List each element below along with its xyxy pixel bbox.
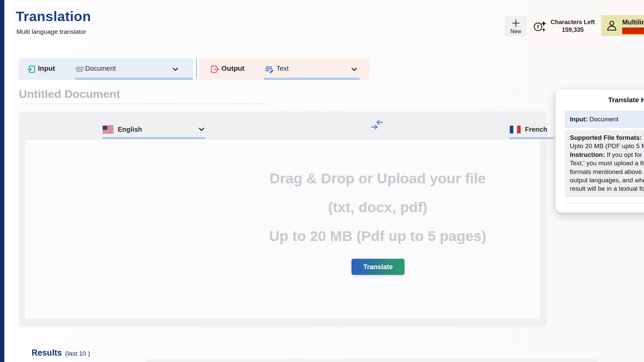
target-language-label: French xyxy=(525,126,547,133)
help-panel-divider xyxy=(565,203,644,203)
help-input-label: Input: xyxy=(570,116,588,123)
page-title: Translation xyxy=(16,9,91,24)
help-info-line: Instruction: If you opt for 'In xyxy=(570,150,644,159)
results-subtitle: (last 10 ) xyxy=(65,350,90,357)
dropzone-instructions: Drag & Drop or Upload your file (txt, do… xyxy=(176,164,579,250)
document-title-input[interactable] xyxy=(19,84,267,104)
plan-usage-bar xyxy=(622,27,644,34)
plan-badge-label: Multilin xyxy=(622,18,644,26)
output-icon xyxy=(210,65,219,74)
swap-languages-button[interactable] xyxy=(371,118,383,131)
plan-badge[interactable]: Multilin xyxy=(601,15,644,36)
source-language-label: English xyxy=(118,126,142,133)
source-language-underline xyxy=(103,137,205,139)
character-count-icon: T xyxy=(533,19,547,34)
person-icon xyxy=(606,20,618,32)
chevron-down-icon[interactable] xyxy=(198,126,205,133)
chevron-down-icon[interactable] xyxy=(172,66,179,73)
translate-button[interactable]: Translate xyxy=(352,259,405,275)
plus-icon xyxy=(511,18,521,28)
us-flag-icon xyxy=(103,126,113,133)
characters-left-label: Characters Left xyxy=(547,18,598,26)
text-edit-icon xyxy=(265,65,274,74)
paperclip-icon xyxy=(76,65,84,73)
target-language-underline xyxy=(509,137,554,139)
file-dropzone[interactable]: Drag & Drop or Upload your file (txt, do… xyxy=(25,140,540,319)
input-tab[interactable]: Input Document xyxy=(19,58,193,80)
help-info-line: Upto 20 MB (PDF upto 5 MB xyxy=(570,142,644,150)
characters-left-chip: T Characters Left 159,335 xyxy=(529,16,598,36)
input-tab-label: Input xyxy=(38,64,55,72)
help-info-line: formats mentioned above. A xyxy=(570,168,644,176)
results-table-top-edge xyxy=(147,359,598,362)
dropzone-line-3: Up to 20 MB (Pdf up to 5 pages) xyxy=(176,222,579,250)
dropzone-line-1: Drag & Drop or Upload your file xyxy=(176,164,579,193)
results-header: Results (last 10 ) xyxy=(32,348,90,358)
translate-help-panel: Translate H Input: Document Supported Fi… xyxy=(556,89,644,213)
source-language-select[interactable]: English xyxy=(103,122,142,137)
france-flag-icon xyxy=(510,126,521,133)
help-input-row: Input: Document xyxy=(565,111,644,128)
page-subtitle: Multi language translator xyxy=(16,28,86,36)
chevron-down-icon[interactable] xyxy=(351,66,358,73)
input-icon xyxy=(26,65,36,74)
output-tab-label: Output xyxy=(221,64,245,72)
output-tab[interactable]: Output Text xyxy=(199,58,370,80)
tab-separator xyxy=(196,59,197,79)
new-button[interactable]: New xyxy=(505,16,527,36)
characters-left-value: 159,335 xyxy=(547,26,598,34)
help-info-line: Text,' you must upload a file xyxy=(570,159,644,167)
target-language-select[interactable]: French xyxy=(510,122,547,137)
output-select-underline xyxy=(264,78,360,80)
results-title: Results xyxy=(32,348,62,358)
input-select-underline xyxy=(75,78,193,80)
help-panel-title: Translate H xyxy=(608,96,644,104)
input-type-select-value[interactable]: Document xyxy=(85,65,116,72)
left-edge-bar xyxy=(0,0,4,362)
svg-text:T: T xyxy=(537,24,540,30)
new-button-label: New xyxy=(510,28,521,35)
help-info-line: result will be in a textual for xyxy=(570,184,644,193)
help-info-line: output languages, and when xyxy=(570,176,644,184)
dropzone-line-2: (txt, docx, pdf) xyxy=(176,193,579,222)
help-info-box: Supported File formats: TX Upto 20 MB (P… xyxy=(565,130,644,197)
help-info-line: Supported File formats: TX xyxy=(570,133,644,142)
translator-panel: English French Drag & Drop or Upload you… xyxy=(19,112,546,326)
output-type-select-value[interactable]: Text xyxy=(276,65,289,72)
help-input-value: Document xyxy=(588,116,619,123)
